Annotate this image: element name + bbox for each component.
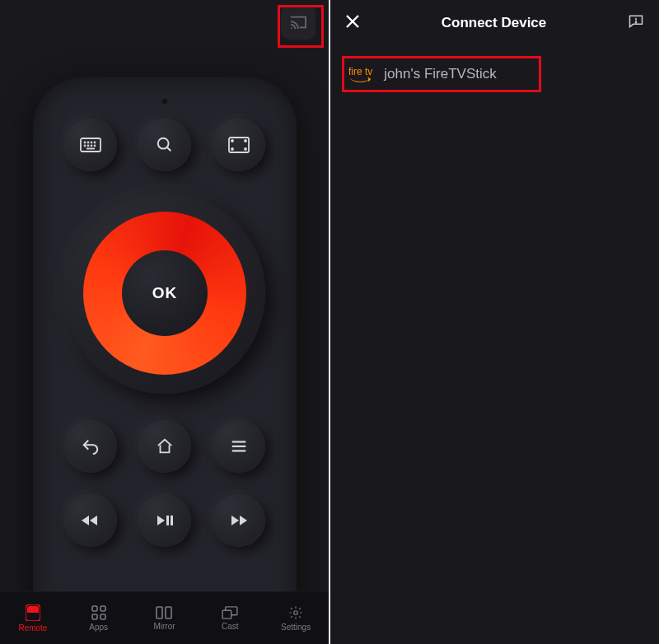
- play-pause-icon: [156, 514, 174, 527]
- svg-point-11: [158, 138, 169, 149]
- svg-rect-21: [166, 516, 169, 525]
- close-button[interactable]: [345, 12, 360, 34]
- rewind-button[interactable]: [64, 494, 117, 547]
- menu-button[interactable]: [213, 420, 265, 473]
- settings-tab-icon: [288, 605, 303, 620]
- connect-header: Connect Device: [330, 0, 659, 46]
- device-name: john's FireTVStick: [384, 66, 496, 82]
- cast-tab-icon: [222, 606, 238, 619]
- tab-label: Cast: [222, 622, 239, 631]
- svg-point-4: [91, 142, 92, 143]
- dpad[interactable]: OK: [64, 193, 265, 394]
- firetv-logo-text: fire tv: [348, 66, 372, 77]
- svg-point-0: [291, 27, 292, 29]
- svg-point-31: [294, 610, 298, 614]
- firetv-logo-icon: fire tv: [348, 67, 372, 82]
- keyboard-button[interactable]: [64, 119, 117, 171]
- svg-point-9: [95, 146, 96, 147]
- forward-button[interactable]: [213, 494, 265, 547]
- feedback-button[interactable]: [628, 13, 644, 33]
- svg-point-35: [635, 22, 636, 23]
- dpad-outer[interactable]: OK: [64, 193, 265, 394]
- tab-bar: Remote Apps Mirror Cast: [0, 591, 329, 644]
- svg-point-17: [245, 148, 246, 150]
- tab-label: Settings: [281, 623, 311, 632]
- svg-point-7: [88, 146, 89, 147]
- forward-icon: [229, 514, 249, 527]
- connect-device-screen: Connect Device fire tv john's FireTVStic…: [330, 0, 659, 644]
- remote-tab-icon: [26, 604, 40, 621]
- menu-icon: [230, 439, 248, 454]
- keyboard-icon: [80, 138, 101, 152]
- svg-line-12: [167, 147, 171, 152]
- svg-point-2: [85, 142, 86, 143]
- home-button[interactable]: [138, 420, 191, 473]
- mirror-tab-icon: [156, 606, 172, 619]
- back-button[interactable]: [64, 420, 117, 473]
- svg-point-3: [88, 142, 89, 143]
- feedback-icon: [628, 13, 644, 30]
- back-icon: [82, 437, 100, 455]
- dpad-ring[interactable]: OK: [83, 212, 246, 375]
- svg-rect-28: [166, 607, 171, 618]
- svg-rect-24: [100, 606, 105, 611]
- svg-rect-30: [222, 610, 231, 618]
- svg-rect-23: [92, 606, 97, 611]
- svg-rect-1: [81, 138, 100, 152]
- svg-point-5: [95, 142, 96, 143]
- close-icon: [345, 14, 360, 29]
- apps-tab-icon: [91, 605, 106, 620]
- tab-apps[interactable]: Apps: [66, 592, 132, 644]
- tab-label: Mirror: [153, 622, 175, 631]
- device-item[interactable]: fire tv john's FireTVStick: [330, 58, 659, 91]
- svg-rect-22: [171, 516, 173, 525]
- rewind-icon: [81, 514, 100, 527]
- svg-rect-26: [100, 614, 105, 619]
- remote-body: OK: [33, 77, 297, 644]
- svg-point-6: [85, 146, 86, 147]
- svg-point-16: [231, 148, 233, 150]
- svg-rect-27: [157, 607, 162, 618]
- ok-label: OK: [152, 284, 178, 302]
- search-button[interactable]: [138, 119, 191, 171]
- tab-label: Apps: [89, 623, 108, 632]
- tab-settings[interactable]: Settings: [263, 592, 329, 644]
- aspect-icon: [228, 137, 250, 153]
- search-icon: [156, 136, 174, 154]
- cast-button[interactable]: [281, 5, 315, 40]
- tab-cast[interactable]: Cast: [197, 592, 263, 644]
- tab-mirror[interactable]: Mirror: [132, 592, 198, 644]
- tab-remote[interactable]: Remote: [0, 592, 66, 644]
- tab-label: Remote: [18, 623, 47, 632]
- mid-button-row: [33, 420, 297, 473]
- remote-screen: OK: [0, 0, 330, 644]
- cast-icon: [289, 15, 307, 30]
- svg-rect-25: [92, 614, 97, 619]
- ir-led: [162, 99, 167, 104]
- connect-title: Connect Device: [442, 15, 547, 31]
- play-pause-button[interactable]: [138, 494, 191, 547]
- svg-point-14: [231, 140, 233, 142]
- aspect-button[interactable]: [213, 119, 265, 171]
- svg-point-15: [245, 140, 246, 142]
- top-button-row: [33, 119, 297, 171]
- svg-point-8: [91, 146, 92, 147]
- ok-button[interactable]: OK: [122, 250, 208, 336]
- transport-row: [33, 494, 297, 547]
- top-bar: [0, 0, 329, 44]
- home-icon: [156, 437, 174, 455]
